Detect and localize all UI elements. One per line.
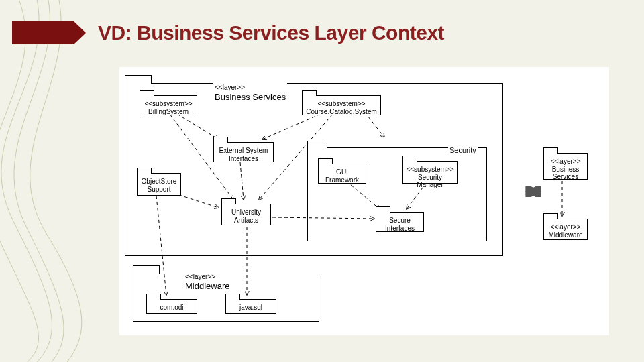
pkg-secif: Secure Interfaces: [376, 212, 424, 232]
chevron-icon: [12, 21, 86, 44]
pkg-guifw: GUI Framework: [318, 164, 366, 184]
pkg-billing: <<subsystem>> BillingSystem: [140, 95, 197, 115]
background-swirl: [0, 0, 134, 362]
side-mw: <<layer>> Middleware: [543, 219, 588, 240]
layer-mw-label: <<layer>> Middleware: [184, 271, 231, 291]
pkg-security-label: Security: [448, 146, 478, 154]
side-bs: <<layer>> Business Services: [543, 153, 588, 180]
pkg-extsys: External System Interfaces: [213, 142, 274, 162]
pkg-objstore: ObjectStore Support: [137, 173, 181, 196]
svg-marker-0: [12, 21, 86, 44]
bidirectional-arrow-icon: [525, 186, 542, 200]
pkg-catalog: <<subsystem>> Course.Catalog.System: [302, 95, 381, 115]
layer-bs-label: <<layer>> Business Services: [213, 82, 287, 102]
uml-diagram: <<layer>> Business Services <<subsystem>…: [119, 67, 609, 335]
slide-title: VD: Business Services Layer Context: [98, 21, 444, 44]
pkg-univart: University Artifacts: [221, 204, 271, 225]
slide-title-bar: VD: Business Services Layer Context: [12, 21, 444, 44]
pkg-comodi: com.odi: [146, 299, 197, 314]
pkg-secmgr: <<subsystem>> Security Manager: [402, 161, 458, 184]
pkg-javasql: java.sql: [225, 299, 276, 314]
